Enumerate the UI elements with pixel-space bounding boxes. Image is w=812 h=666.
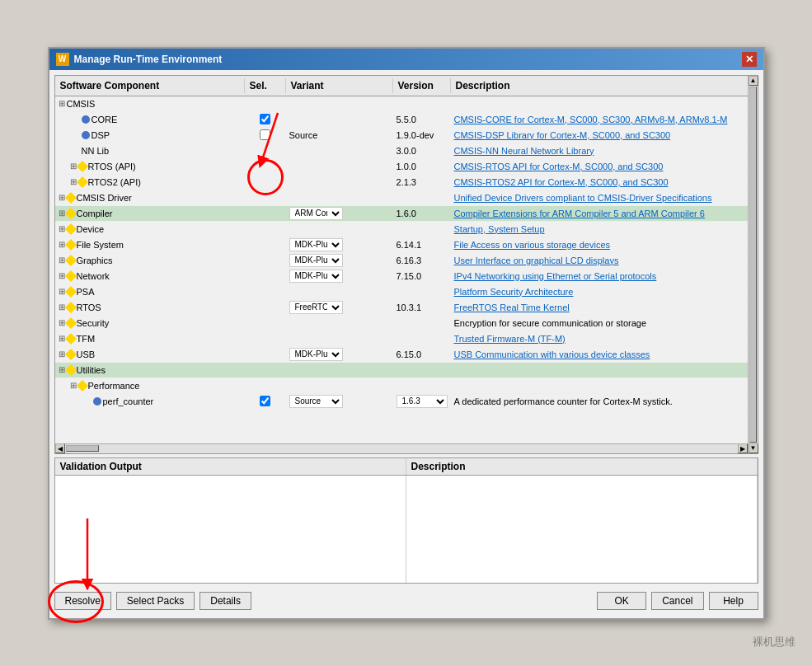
table-body: ⊞ CMSISCORE5.5.0CMSIS-CORE for Cortex-M,… [55, 96, 748, 443]
version-select[interactable]: 1.6.3 [397, 395, 448, 408]
sel-cell [245, 284, 286, 299]
table-row: ⊞ GraphicsMDK-Plus6.16.3User Interface o… [55, 253, 748, 269]
expand-icon[interactable]: ⊞ [59, 271, 65, 280]
expand-icon[interactable]: ⊞ [59, 365, 65, 374]
component-cell: ⊞ CMSIS Driver [55, 190, 245, 205]
component-cell: ⊞ USB [55, 347, 245, 362]
diamond-yellow-icon [64, 363, 76, 375]
component-cell: CORE [55, 112, 245, 127]
expand-icon[interactable]: ⊞ [70, 177, 77, 186]
description-link[interactable]: USB Communication with various device cl… [454, 349, 650, 359]
details-button[interactable]: Details [199, 592, 251, 610]
component-cell: ⊞ Network [55, 269, 245, 284]
component-checkbox[interactable] [260, 129, 270, 140]
expand-icon[interactable]: ⊞ [59, 193, 65, 202]
variant-select[interactable]: FreeRTOS [289, 301, 343, 314]
expand-icon[interactable]: ⊞ [59, 303, 65, 312]
cancel-button[interactable]: Cancel [651, 592, 703, 610]
scroll-thumb[interactable] [66, 445, 99, 452]
description-cell [451, 96, 748, 111]
description-link[interactable]: CMSIS-DSP Library for Cortex-M, SC000, a… [454, 130, 671, 140]
description-cell: USB Communication with various device cl… [451, 347, 748, 362]
description-link[interactable]: IPv4 Networking using Ethernet or Serial… [454, 271, 657, 281]
version-cell: 6.14.1 [393, 237, 451, 252]
select-packs-button[interactable]: Select Packs [116, 592, 195, 610]
sel-cell [245, 347, 286, 362]
description-link[interactable]: File Access on various storage devices [454, 240, 611, 250]
sel-cell [245, 253, 286, 268]
component-checkbox[interactable] [260, 114, 270, 124]
description-cell: Platform Security Architecture [451, 284, 748, 299]
version-cell [393, 316, 451, 331]
expand-icon[interactable]: ⊞ [59, 287, 65, 296]
component-name-text: RTOS [77, 303, 101, 312]
scroll-thumb-v[interactable] [749, 87, 757, 443]
horizontal-scrollbar[interactable]: ◀ ▶ [55, 443, 748, 453]
description-link[interactable]: Startup, System Setup [454, 224, 545, 234]
component-checkbox[interactable] [260, 396, 270, 406]
description-link[interactable]: Trusted Firmware-M (TF-M) [454, 334, 566, 344]
description-link[interactable]: CMSIS-NN Neural Network Library [454, 146, 594, 156]
sel-cell [245, 128, 286, 143]
expand-icon[interactable]: ⊞ [59, 240, 65, 249]
close-button[interactable]: ✕ [742, 52, 757, 67]
table-row: ⊞ SecurityEncryption for secure communic… [55, 316, 748, 331]
table-row: ⊞ Utilities [55, 363, 748, 378]
variant-select[interactable]: Source [289, 395, 343, 408]
expand-icon[interactable]: ⊞ [59, 334, 65, 343]
component-name-text: Network [77, 271, 110, 281]
help-button[interactable]: Help [709, 592, 758, 610]
expand-icon[interactable]: ⊞ [59, 318, 65, 327]
description-link[interactable]: Compiler Extensions for ARM Compiler 5 a… [454, 209, 705, 218]
version-cell: 1.9.0-dev [393, 128, 451, 143]
description-cell: CMSIS-DSP Library for Cortex-M, SC000, a… [451, 128, 748, 143]
scroll-up-button[interactable]: ▲ [749, 76, 758, 86]
component-cell: perf_counter [55, 394, 245, 409]
description-link[interactable]: CMSIS-RTOS API for Cortex-M, SC000, and … [454, 162, 664, 171]
description-link[interactable]: User Interface on graphical LCD displays [454, 256, 619, 265]
variant-select[interactable]: MDK-Plus [289, 254, 343, 267]
component-name-text: CMSIS [67, 99, 96, 109]
version-cell [393, 378, 451, 393]
col-header-description: Description [451, 78, 748, 93]
diamond-yellow-icon [64, 301, 76, 312]
description-link[interactable]: FreeRTOS Real Time Kernel [454, 303, 570, 312]
expand-icon[interactable]: ⊞ [59, 224, 65, 233]
variant-select[interactable]: MDK-Plus [289, 238, 343, 251]
table-row: ⊞ PSAPlatform Security Architecture [55, 284, 748, 300]
scroll-left-button[interactable]: ◀ [55, 443, 65, 453]
diamond-yellow-icon [64, 254, 76, 265]
description-link[interactable]: Platform Security Architecture [454, 287, 574, 297]
expand-icon[interactable]: ⊞ [59, 99, 65, 108]
component-name-text: RTOS (API) [88, 162, 136, 171]
component-cell: ⊞ TFM [55, 331, 245, 346]
table-row: perf_counterSource1.6.3A dedicated perfo… [55, 394, 748, 410]
variant-cell [286, 143, 393, 158]
vertical-scrollbar[interactable]: ▲ ▼ [748, 76, 758, 453]
description-link[interactable]: CMSIS-RTOS2 API for Cortex-M, SC000, and… [454, 177, 669, 187]
expand-icon[interactable]: ⊞ [59, 349, 65, 359]
expand-icon[interactable]: ⊞ [59, 256, 65, 265]
variant-select[interactable]: MDK-Plus [289, 348, 343, 361]
ok-button[interactable]: OK [597, 592, 646, 610]
variant-select[interactable]: ARM Compiler [289, 207, 343, 220]
variant-select[interactable]: MDK-Plus [289, 270, 343, 283]
description-link[interactable]: CMSIS-CORE for Cortex-M, SC000, SC300, A… [454, 115, 728, 124]
table-row: ⊞ CMSIS DriverUnified Device Drivers com… [55, 190, 748, 206]
component-name-text: Compiler [77, 209, 113, 218]
expand-icon[interactable]: ⊞ [70, 381, 77, 390]
table-row: ⊞ DeviceStartup, System Setup [55, 222, 748, 237]
variant-cell [286, 190, 393, 205]
version-cell: 1.6.3 [393, 394, 451, 409]
scroll-right-button[interactable]: ▶ [738, 443, 748, 453]
description-link[interactable]: Unified Device Drivers compliant to CMSI… [454, 193, 712, 203]
component-name-text: Utilities [77, 365, 106, 375]
diamond-yellow-icon [64, 207, 76, 218]
resolve-button[interactable]: Resolve [54, 592, 111, 610]
description-cell: Trusted Firmware-M (TF-M) [451, 331, 748, 346]
bullet-blue-icon [82, 131, 90, 139]
expand-icon[interactable]: ⊞ [70, 162, 77, 171]
scroll-down-button[interactable]: ▼ [749, 443, 758, 453]
bullet-blue-icon [82, 115, 90, 124]
expand-icon[interactable]: ⊞ [59, 209, 65, 218]
